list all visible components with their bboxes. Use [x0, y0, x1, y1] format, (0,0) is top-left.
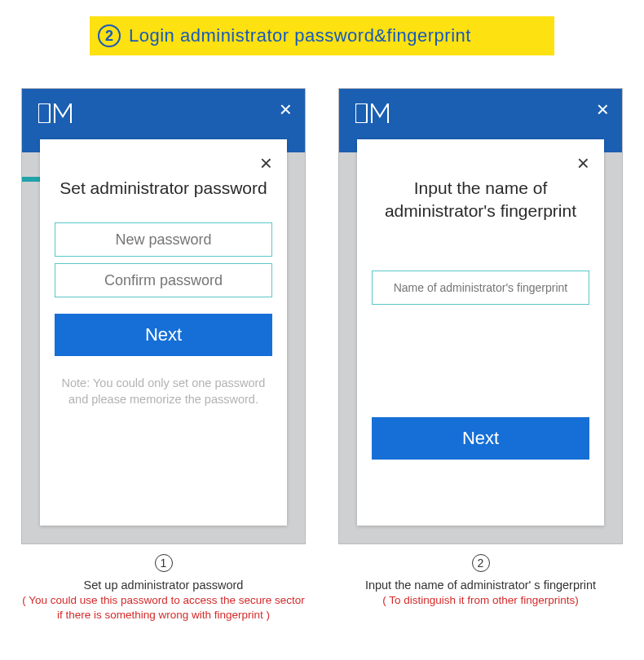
- step-banner: 2 Login administrator password&fingerpri…: [90, 16, 554, 55]
- banner-title: Login administrator password&fingerprint: [129, 25, 471, 46]
- right-dialog: × Input the name of administrator's fing…: [357, 139, 604, 526]
- caption-title: Set up administrator password: [21, 579, 306, 592]
- caption-number: 1: [161, 557, 167, 570]
- fingerprint-name-input[interactable]: [372, 271, 589, 305]
- step-number: 2: [105, 28, 113, 45]
- left-caption: 1 Set up administrator password ( You co…: [21, 554, 306, 623]
- caption-title: Input the name of administrator' s finge…: [338, 579, 623, 592]
- svg-rect-1: [355, 103, 367, 123]
- captions-row: 1 Set up administrator password ( You co…: [0, 544, 644, 623]
- confirm-password-input[interactable]: [55, 263, 272, 297]
- panels-row: × × Set administrator password Next Note…: [0, 55, 644, 544]
- dialog-close-icon[interactable]: ×: [260, 152, 272, 174]
- back-stripe: [22, 177, 40, 182]
- dm-logo-icon: [38, 103, 76, 126]
- left-window: × × Set administrator password Next Note…: [21, 88, 306, 544]
- caption-number-circle: 2: [472, 554, 490, 572]
- left-dialog: × Set administrator password Next Note: …: [40, 139, 287, 526]
- right-window: × × Input the name of administrator's fi…: [338, 88, 623, 544]
- new-password-input[interactable]: [55, 222, 272, 257]
- step-number-circle: 2: [98, 24, 121, 47]
- next-button[interactable]: Next: [372, 417, 589, 460]
- caption-note: ( You could use this password to access …: [21, 593, 306, 623]
- caption-number: 2: [478, 557, 484, 570]
- right-caption: 2 Input the name of administrator' s fin…: [338, 554, 623, 623]
- caption-number-circle: 1: [155, 554, 173, 572]
- dm-logo-icon: [355, 103, 393, 126]
- window-close-icon[interactable]: ×: [597, 99, 609, 120]
- dialog-close-icon[interactable]: ×: [577, 152, 589, 174]
- caption-note: ( To distinguish it from other fingerpri…: [338, 593, 623, 608]
- svg-rect-0: [38, 103, 50, 123]
- window-close-icon[interactable]: ×: [280, 99, 292, 120]
- dialog-title: Set administrator password: [55, 177, 272, 200]
- password-note: Note: You could only set one password an…: [55, 376, 272, 407]
- dialog-title: Input the name of administrator's finger…: [372, 177, 589, 223]
- next-button[interactable]: Next: [55, 314, 272, 356]
